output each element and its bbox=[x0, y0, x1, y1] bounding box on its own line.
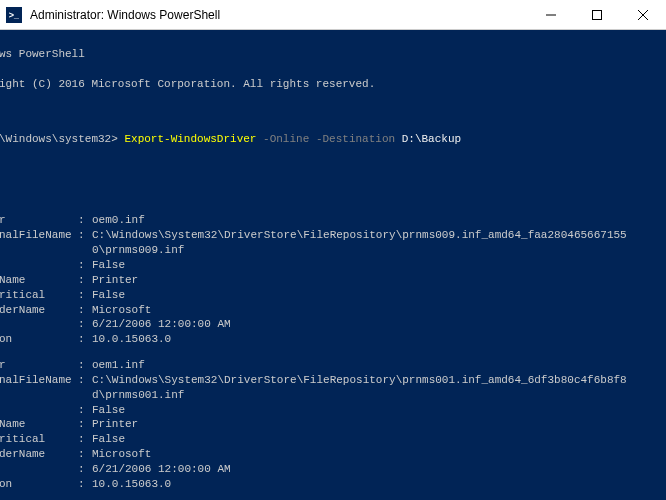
output-key: ProviderName bbox=[0, 303, 78, 318]
output-row: Inbox: False bbox=[0, 258, 632, 273]
output-separator: : bbox=[78, 373, 92, 403]
output-separator: : bbox=[78, 462, 92, 477]
output-value: C:\Windows\System32\DriverStore\FileRepo… bbox=[92, 373, 632, 403]
output-value: False bbox=[92, 403, 632, 418]
output-row: Version: 10.0.15063.0 bbox=[0, 477, 632, 492]
prompt-cmdlet: Export-WindowsDriver bbox=[124, 133, 256, 145]
output-value: oem1.inf bbox=[92, 358, 632, 373]
output-separator: : bbox=[78, 432, 92, 447]
output-row: Inbox: False bbox=[0, 403, 632, 418]
output-separator: : bbox=[78, 228, 92, 258]
output-row: Date: 6/21/2006 12:00:00 AM bbox=[0, 462, 632, 477]
minimize-button[interactable] bbox=[528, 0, 574, 30]
output-key: Driver bbox=[0, 358, 78, 373]
driver-output-list: Driver: oem0.infOriginalFileName: C:\Win… bbox=[0, 213, 632, 500]
output-value: False bbox=[92, 432, 632, 447]
svg-rect-1 bbox=[593, 10, 602, 19]
output-key: Date bbox=[0, 462, 78, 477]
output-value: 10.0.15063.0 bbox=[92, 477, 632, 492]
output-value: Microsoft bbox=[92, 303, 632, 318]
output-row: BootCritical: False bbox=[0, 432, 632, 447]
output-key: BootCritical bbox=[0, 432, 78, 447]
powershell-icon: >_ bbox=[6, 7, 22, 23]
output-row: Driver: oem1.inf bbox=[0, 358, 632, 373]
output-value: 6/21/2006 12:00:00 AM bbox=[92, 317, 632, 332]
output-separator: : bbox=[78, 258, 92, 273]
output-value: oem0.inf bbox=[92, 213, 632, 228]
output-key: ProviderName bbox=[0, 447, 78, 462]
output-separator: : bbox=[78, 303, 92, 318]
output-separator: : bbox=[78, 477, 92, 492]
output-separator: : bbox=[78, 213, 92, 228]
output-row: OriginalFileName: C:\Windows\System32\Dr… bbox=[0, 228, 632, 258]
output-key: ClassName bbox=[0, 417, 78, 432]
output-value: False bbox=[92, 258, 632, 273]
output-separator: : bbox=[78, 358, 92, 373]
output-key: Version bbox=[0, 332, 78, 347]
output-value: Microsoft bbox=[92, 447, 632, 462]
output-key: Inbox bbox=[0, 403, 78, 418]
output-value: 10.0.15063.0 bbox=[92, 332, 632, 347]
output-key: ClassName bbox=[0, 273, 78, 288]
prompt-param-online: -Online bbox=[256, 133, 315, 145]
window-titlebar: >_ Administrator: Windows PowerShell bbox=[0, 0, 666, 30]
header-line-2: Copyright (C) 2016 Microsoft Corporation… bbox=[0, 77, 632, 92]
output-key: OriginalFileName bbox=[0, 228, 78, 258]
output-row: ProviderName: Microsoft bbox=[0, 303, 632, 318]
output-separator: : bbox=[78, 317, 92, 332]
output-key: Date bbox=[0, 317, 78, 332]
terminal-output[interactable]: Windows PowerShell Copyright (C) 2016 Mi… bbox=[0, 30, 632, 500]
output-separator: : bbox=[78, 447, 92, 462]
output-row: ProviderName: Microsoft bbox=[0, 447, 632, 462]
output-separator: : bbox=[78, 273, 92, 288]
window-title: Administrator: Windows PowerShell bbox=[28, 8, 528, 22]
output-value: C:\Windows\System32\DriverStore\FileRepo… bbox=[92, 228, 632, 258]
output-row: Date: 6/21/2006 12:00:00 AM bbox=[0, 317, 632, 332]
output-value: False bbox=[92, 288, 632, 303]
output-key: Inbox bbox=[0, 258, 78, 273]
prompt-param-destination: -Destination bbox=[316, 133, 402, 145]
output-row: Version: 10.0.15063.0 bbox=[0, 332, 632, 347]
output-key: Driver bbox=[0, 213, 78, 228]
prompt-arg: D:\Backup bbox=[402, 133, 461, 145]
output-separator: : bbox=[78, 417, 92, 432]
output-separator: : bbox=[78, 288, 92, 303]
output-value: Printer bbox=[92, 273, 632, 288]
output-key: BootCritical bbox=[0, 288, 78, 303]
prompt-prefix: PS C:\Windows\system32> bbox=[0, 133, 124, 145]
window-controls bbox=[528, 0, 666, 30]
output-row: BootCritical: False bbox=[0, 288, 632, 303]
output-separator: : bbox=[78, 403, 92, 418]
output-row: ClassName: Printer bbox=[0, 273, 632, 288]
header-line-1: Windows PowerShell bbox=[0, 47, 632, 62]
output-value: Printer bbox=[92, 417, 632, 432]
output-row: ClassName: Printer bbox=[0, 417, 632, 432]
output-row: OriginalFileName: C:\Windows\System32\Dr… bbox=[0, 373, 632, 403]
output-key: OriginalFileName bbox=[0, 373, 78, 403]
maximize-button[interactable] bbox=[574, 0, 620, 30]
output-key: Version bbox=[0, 477, 78, 492]
output-separator: : bbox=[78, 332, 92, 347]
close-button[interactable] bbox=[620, 0, 666, 30]
prompt-line: PS C:\Windows\system32> Export-WindowsDr… bbox=[0, 132, 632, 147]
output-value: 6/21/2006 12:00:00 AM bbox=[92, 462, 632, 477]
output-row: Driver: oem0.inf bbox=[0, 213, 632, 228]
